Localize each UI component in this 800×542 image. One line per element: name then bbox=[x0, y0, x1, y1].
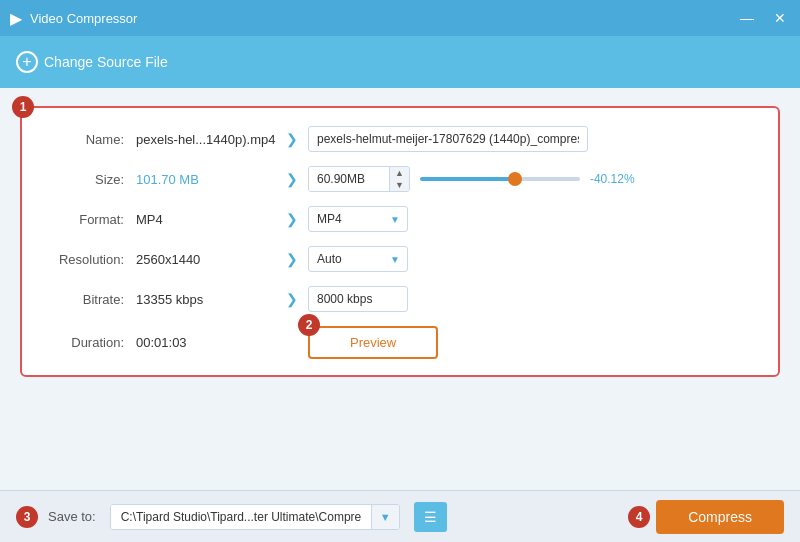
name-arrow-icon: ❯ bbox=[286, 131, 298, 147]
save-path-dropdown-arrow[interactable]: ▼ bbox=[371, 505, 399, 529]
name-row: Name: pexels-hel...1440p).mp4 ❯ bbox=[46, 126, 754, 152]
folder-icon: ☰ bbox=[424, 509, 437, 525]
app-icon: ▶ bbox=[10, 9, 22, 28]
resolution-row: Resolution: 2560x1440 ❯ Auto 1920x1080 1… bbox=[46, 246, 754, 272]
bitrate-label: Bitrate: bbox=[46, 292, 136, 307]
app-title: Video Compressor bbox=[30, 11, 137, 26]
change-source-label: Change Source File bbox=[44, 54, 168, 70]
name-right bbox=[308, 126, 754, 152]
format-select[interactable]: MP4 AVI MOV MKV WMV bbox=[308, 206, 408, 232]
bitrate-right bbox=[308, 286, 754, 312]
panel-number-1: 1 bbox=[12, 96, 34, 118]
save-path-wrap: ▼ bbox=[110, 504, 400, 530]
size-source-value: 101.70 MB bbox=[136, 172, 276, 187]
size-row: Size: 101.70 MB ❯ ▲ ▼ -40.12% bbox=[46, 166, 754, 192]
name-label: Name: bbox=[46, 132, 136, 147]
resolution-source-value: 2560x1440 bbox=[136, 252, 276, 267]
size-slider-wrap: -40.12% bbox=[420, 172, 642, 186]
size-spinner-input[interactable] bbox=[309, 167, 389, 191]
save-to-label: Save to: bbox=[48, 509, 96, 524]
bottom-number-4: 4 bbox=[628, 506, 650, 528]
spinner-up[interactable]: ▲ bbox=[390, 167, 409, 179]
title-bar: ▶ Video Compressor — ✕ bbox=[0, 0, 800, 36]
duration-source-value: 00:01:03 bbox=[136, 335, 276, 350]
plus-circle-icon: + bbox=[16, 51, 38, 73]
minimize-button[interactable]: — bbox=[736, 9, 758, 27]
close-button[interactable]: ✕ bbox=[770, 9, 790, 27]
bottom-bar: 3 Save to: ▼ ☰ 4 Compress bbox=[0, 490, 800, 542]
compression-panel: 1 Name: pexels-hel...1440p).mp4 ❯ Size: … bbox=[20, 106, 780, 377]
bitrate-output-input[interactable] bbox=[308, 286, 408, 312]
resolution-arrow-icon: ❯ bbox=[286, 251, 298, 267]
toolbar: + Change Source File bbox=[0, 36, 800, 88]
panel-number-2: 2 bbox=[298, 314, 320, 336]
size-spinner: ▲ ▼ bbox=[308, 166, 410, 192]
save-folder-button[interactable]: ☰ bbox=[414, 502, 447, 532]
format-arrow-icon: ❯ bbox=[286, 211, 298, 227]
duration-label: Duration: bbox=[46, 335, 136, 350]
resolution-select-wrap: Auto 1920x1080 1280x720 854x480 640x360 … bbox=[308, 246, 408, 272]
spinner-down[interactable]: ▼ bbox=[390, 179, 409, 191]
format-right: MP4 AVI MOV MKV WMV ▼ bbox=[308, 206, 754, 232]
resolution-select[interactable]: Auto 1920x1080 1280x720 854x480 640x360 bbox=[308, 246, 408, 272]
compress-right: 4 Compress bbox=[628, 500, 784, 534]
duration-row: Duration: 00:01:03 ❯ 2 Preview bbox=[46, 326, 754, 359]
format-label: Format: bbox=[46, 212, 136, 227]
size-percentage: -40.12% bbox=[590, 172, 642, 186]
format-row: Format: MP4 ❯ MP4 AVI MOV MKV WMV ▼ bbox=[46, 206, 754, 232]
format-source-value: MP4 bbox=[136, 212, 276, 227]
title-bar-left: ▶ Video Compressor bbox=[10, 9, 137, 28]
bitrate-source-value: 13355 kbps bbox=[136, 292, 276, 307]
size-slider[interactable] bbox=[420, 177, 580, 181]
size-label: Size: bbox=[46, 172, 136, 187]
size-right: ▲ ▼ -40.12% bbox=[308, 166, 754, 192]
size-arrow-icon: ❯ bbox=[286, 171, 298, 187]
resolution-right: Auto 1920x1080 1280x720 854x480 640x360 … bbox=[308, 246, 754, 272]
preview-button[interactable]: Preview bbox=[308, 326, 438, 359]
main-content: 1 Name: pexels-hel...1440p).mp4 ❯ Size: … bbox=[0, 88, 800, 490]
name-output-input[interactable] bbox=[308, 126, 588, 152]
save-path-input[interactable] bbox=[111, 505, 371, 529]
window-controls: — ✕ bbox=[736, 9, 790, 27]
change-source-button[interactable]: + Change Source File bbox=[16, 51, 168, 73]
name-source-value: pexels-hel...1440p).mp4 bbox=[136, 132, 276, 147]
duration-right: 2 Preview bbox=[308, 326, 754, 359]
format-select-wrap: MP4 AVI MOV MKV WMV ▼ bbox=[308, 206, 408, 232]
spinner-arrows: ▲ ▼ bbox=[389, 167, 409, 191]
preview-wrap: 2 Preview bbox=[308, 326, 438, 359]
bottom-number-3: 3 bbox=[16, 506, 38, 528]
bitrate-row: Bitrate: 13355 kbps ❯ bbox=[46, 286, 754, 312]
compress-button[interactable]: Compress bbox=[656, 500, 784, 534]
resolution-label: Resolution: bbox=[46, 252, 136, 267]
bitrate-arrow-icon: ❯ bbox=[286, 291, 298, 307]
